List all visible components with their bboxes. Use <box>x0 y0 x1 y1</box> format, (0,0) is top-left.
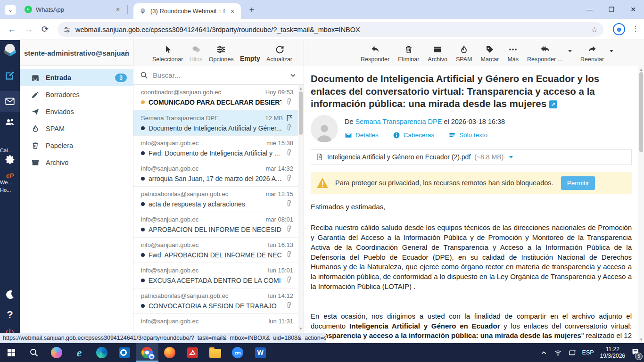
refresh-button[interactable]: Actualizar <box>266 45 292 63</box>
threads-button[interactable]: Hilos <box>190 45 203 63</box>
rail-settings-icon[interactable] <box>0 154 20 165</box>
sidebar-item-borradores[interactable]: Borradores <box>20 86 133 103</box>
sender-link[interactable]: Semana Transparencia DPE <box>355 118 442 125</box>
account-menu-icon[interactable]: ⋮ <box>124 49 130 57</box>
sidebar-item-entrada[interactable]: Entrada 3 <box>20 69 133 86</box>
wifi-icon[interactable] <box>554 349 562 357</box>
more-button[interactable]: Más <box>507 45 519 63</box>
attachment-caret-icon[interactable] <box>509 156 513 158</box>
rail-webmail-home-label[interactable]: We... <box>0 180 20 185</box>
external-link-icon[interactable]: ↗ <box>549 100 557 108</box>
rail-compose-icon[interactable] <box>0 70 20 81</box>
browser-navbar: ← → ⟳ webmail.sanjuan.gob.ec/cpsess30941… <box>0 19 644 40</box>
notification-center-button[interactable]: 5 <box>631 348 639 358</box>
rail-mail-icon[interactable] <box>0 91 20 112</box>
unread-dot <box>141 304 145 308</box>
reply-all-button[interactable]: Responder ... <box>527 45 562 63</box>
forward-caret-icon[interactable] <box>610 50 613 52</box>
spam-button[interactable]: SPAM <box>456 45 472 63</box>
reply-button[interactable]: Responder <box>361 45 389 63</box>
omnibox[interactable]: webmail.sanjuan.gob.ec/cpsess3094124641/… <box>58 22 603 37</box>
browser-menu-icon[interactable]: ⋮ <box>632 25 639 33</box>
message-row[interactable]: info@sanjuan.gob.ecmar 08:01 APROBACION … <box>133 212 298 238</box>
tab-close-icon[interactable]: × <box>114 6 122 13</box>
rail-calendar-label[interactable]: Cal... <box>0 148 20 153</box>
search-input[interactable] <box>153 71 284 79</box>
language-indicator[interactable]: ESP <box>582 349 594 356</box>
select-button[interactable]: Seleccionar <box>152 45 183 63</box>
message-row[interactable]: patriciabonifas@sanjuan.gob.ecmar 12:15 … <box>133 187 298 212</box>
tab-roundcube[interactable]: (3) Roundcube Webmail :: Entra × <box>133 3 241 19</box>
rail-contacts-icon[interactable] <box>0 116 20 128</box>
sidebar-item-enviados[interactable]: Enviados <box>20 103 133 120</box>
reply-all-caret-icon[interactable] <box>568 50 572 52</box>
scroll-up-icon[interactable]: ▲ <box>298 86 304 90</box>
message-row[interactable]: coordinador@sanjuan.gob.ecHoy 09:53 COMU… <box>133 85 298 110</box>
minimize-button[interactable]: — <box>579 0 601 19</box>
taskbar-outlook-button[interactable] <box>113 343 136 362</box>
options-button[interactable]: Opciones <box>209 45 234 63</box>
tab-search-button[interactable]: ⌄ <box>5 5 16 15</box>
message-row[interactable]: patriciabonifas@sanjuan.gob.eclun 14:12 … <box>133 288 298 314</box>
back-icon[interactable]: ← <box>8 25 16 34</box>
account-header[interactable]: stente-administrativo@sanjuan.gob.ec ⋮ <box>20 40 133 66</box>
mark-button[interactable]: Marcar <box>481 45 499 63</box>
taskbar-explorer-button[interactable] <box>204 343 226 362</box>
display-connect-icon[interactable] <box>568 349 576 357</box>
message-row[interactable]: info@sanjuan.gob.eclun 15:01 EXCUSA ACEP… <box>133 263 298 288</box>
unread-dot <box>141 228 145 231</box>
message-row-selected[interactable]: Semana Transparencia DPE12 MB Documento … <box>133 110 298 136</box>
message-row[interactable]: info@sanjuan.gob.ecmar 14:32 arroquia Sa… <box>133 161 298 187</box>
sidebar-item-papelera[interactable]: Papelera <box>20 137 133 154</box>
cpanel-icon[interactable]: cP <box>0 172 20 179</box>
message-row[interactable]: info@sanjuan.gob.eclun 16:13 Fwd: APROBA… <box>133 238 298 263</box>
search-options-chevron-icon[interactable] <box>289 71 297 79</box>
close-button[interactable]: ✕ <box>622 0 644 19</box>
reading-scrollbar[interactable]: ▲ ▼ <box>638 66 644 343</box>
details-link[interactable]: Detalles <box>345 132 379 139</box>
new-tab-button[interactable]: + <box>246 4 257 16</box>
help-icon[interactable]: ? <box>0 309 20 321</box>
allow-button[interactable]: Permitir <box>561 176 595 190</box>
list-scrollbar[interactable]: ▲ ▼ <box>298 85 304 343</box>
list-scrollbar-thumb[interactable] <box>299 91 303 135</box>
taskbar-zoom-button[interactable]: zm <box>226 343 249 362</box>
taskbar-chrome-button[interactable]: ☻ <box>136 343 158 362</box>
taskbar-acrobat-button[interactable] <box>181 343 204 362</box>
attachment-row[interactable]: Inteligencia Artificial y Género en Ecua… <box>311 149 632 165</box>
taskbar-search-button[interactable] <box>23 343 45 362</box>
scroll-up-icon[interactable]: ▲ <box>638 67 644 72</box>
sidebar-item-archivo[interactable]: Archivo <box>20 154 133 171</box>
plain-text-link[interactable]: Sólo texto <box>448 132 487 139</box>
taskbar-word-button[interactable]: W <box>249 343 272 362</box>
taskbar-clock[interactable]: 11:22 19/3/2026 <box>600 346 625 359</box>
reload-icon[interactable]: ⟳ <box>41 24 49 34</box>
sidebar-item-spam[interactable]: SPAM <box>20 120 133 137</box>
reading-scrollbar-thumb[interactable] <box>639 72 643 152</box>
restore-button[interactable]: ❐ <box>601 0 622 19</box>
tab-close-icon[interactable]: × <box>229 8 236 15</box>
tray-chevron-up-icon[interactable] <box>540 349 548 357</box>
start-button[interactable] <box>0 343 23 362</box>
profile-icon[interactable]: ☻ <box>613 23 625 35</box>
attachment-icon <box>285 174 293 182</box>
site-settings-icon[interactable] <box>63 26 71 33</box>
archive-button[interactable]: Archivo <box>428 45 447 63</box>
headers-link[interactable]: Cabeceras <box>393 132 434 139</box>
taskbar-edge-button[interactable] <box>91 343 113 362</box>
taskbar-ie-button[interactable]: e <box>68 343 91 362</box>
taskbar-firefox-button[interactable] <box>158 343 181 362</box>
forward-button[interactable]: Reenviar <box>580 45 604 63</box>
scroll-down-icon[interactable]: ▼ <box>638 337 644 342</box>
taskbar-copilot-button[interactable] <box>45 343 68 362</box>
tab-whatsapp[interactable]: WhatsApp × <box>19 0 126 19</box>
empty-button[interactable]: Empty <box>240 55 260 63</box>
delete-button[interactable]: Eliminar <box>398 45 419 63</box>
dark-mode-moon-icon[interactable] <box>0 289 20 300</box>
message-row[interactable]: info@sanjuan.gob.ecmié 15:38 Fwd: Docume… <box>133 136 298 161</box>
from-line: De Semana Transparencia DPE el 2026-03-1… <box>345 118 505 125</box>
scroll-down-icon[interactable]: ▼ <box>298 327 304 331</box>
envelope-icon <box>345 132 352 139</box>
bookmark-star-icon[interactable]: ☆ <box>591 25 598 34</box>
forward-icon[interactable]: → <box>25 25 33 34</box>
